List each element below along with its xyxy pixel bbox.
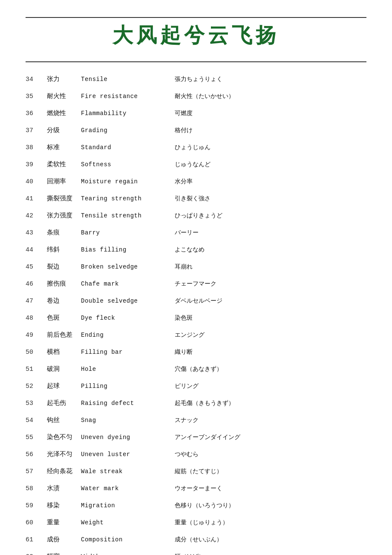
term-number: 40 xyxy=(26,176,47,188)
term-number: 60 xyxy=(26,517,47,529)
list-item: 57经向条花Wale streak縦筋（たてすじ） xyxy=(26,463,366,480)
term-english: Tearing strength xyxy=(81,194,175,204)
term-number: 41 xyxy=(26,193,47,205)
term-number: 55 xyxy=(26,432,47,443)
term-number: 48 xyxy=(26,312,47,324)
term-chinese: 撕裂强度 xyxy=(47,193,81,204)
term-japanese: 縦筋（たてすじ） xyxy=(175,466,222,477)
term-chinese: 标准 xyxy=(47,142,81,153)
term-japanese: ひょうじゅん xyxy=(175,142,210,153)
list-item: 46擦伤痕Chafe markチェーフマーク xyxy=(26,275,366,292)
term-english: Width xyxy=(81,552,175,555)
term-number: 59 xyxy=(26,500,47,512)
list-item: 43条痕Barryバーリー xyxy=(26,224,366,241)
term-english: Chafe mark xyxy=(81,279,175,289)
term-english: Grading xyxy=(81,125,175,136)
term-english: Raising defect xyxy=(81,398,175,409)
term-english: Moisture regain xyxy=(81,176,175,187)
term-english: Hole xyxy=(81,364,175,375)
term-number: 36 xyxy=(26,108,47,119)
header: 大风起兮云飞扬 xyxy=(26,17,366,49)
term-japanese: エンジング xyxy=(175,330,205,340)
term-japanese: 格付け xyxy=(175,125,193,136)
header-divider xyxy=(26,61,366,62)
term-english: Water mark xyxy=(81,483,175,494)
term-chinese: 起毛伤 xyxy=(47,397,81,409)
term-chinese: 成份 xyxy=(47,534,81,545)
term-number: 56 xyxy=(26,449,47,460)
term-chinese: 光泽不匀 xyxy=(47,448,81,460)
term-japanese: じゅうなんど xyxy=(175,159,210,170)
term-number: 62 xyxy=(26,551,47,555)
term-chinese: 前后色差 xyxy=(47,329,81,341)
list-item: 41撕裂强度Tearing strength引き裂く強さ xyxy=(26,190,366,207)
term-japanese: つやむら xyxy=(175,449,199,460)
list-item: 40回潮率Moisture regain水分率 xyxy=(26,173,366,190)
term-chinese: 张力 xyxy=(47,73,81,85)
list-item: 56光泽不匀Uneven lusterつやむら xyxy=(26,446,366,463)
term-japanese: 穴傷（あなきず） xyxy=(175,364,222,374)
term-chinese: 纬斜 xyxy=(47,244,81,255)
term-english: Weight xyxy=(81,517,175,528)
term-japanese: 染色斑 xyxy=(175,312,193,323)
term-number: 47 xyxy=(26,295,47,307)
term-chinese: 张力强度 xyxy=(47,210,81,221)
term-chinese: 条痕 xyxy=(47,227,81,238)
term-japanese: 織り断 xyxy=(175,347,193,357)
term-japanese: 色移り（いろうつり） xyxy=(175,500,234,511)
term-number: 57 xyxy=(26,466,47,477)
term-english: Bias filling xyxy=(81,245,175,255)
term-japanese: チェーフマーク xyxy=(175,278,216,289)
main-title: 大风起兮云飞扬 xyxy=(26,22,366,49)
list-item: 52起球Pillingピリング xyxy=(26,378,366,395)
term-japanese: ピリング xyxy=(175,381,199,391)
term-chinese: 移染 xyxy=(47,500,81,511)
term-english: Migration xyxy=(81,500,175,511)
term-number: 46 xyxy=(26,278,47,290)
term-english: Barry xyxy=(81,228,175,238)
term-number: 43 xyxy=(26,227,47,239)
term-japanese: 耐火性（たいかせい） xyxy=(175,91,234,101)
term-chinese: 横档 xyxy=(47,346,81,358)
term-chinese: 染色不匀 xyxy=(47,431,81,443)
term-chinese: 水渍 xyxy=(47,483,81,494)
term-japanese: 引き裂く強さ xyxy=(175,193,210,204)
term-japanese: 成分（せいぶん） xyxy=(175,534,222,545)
term-number: 39 xyxy=(26,159,47,171)
list-item: 49前后色差Endingエンジング xyxy=(26,327,366,344)
term-japanese: 水分率 xyxy=(175,176,193,187)
term-chinese: 起球 xyxy=(47,380,81,392)
term-japanese: 幅（はば） xyxy=(175,551,205,555)
term-number: 54 xyxy=(26,415,47,426)
term-chinese: 经向条花 xyxy=(47,465,81,477)
list-item: 45裂边Broken selvedge耳崩れ xyxy=(26,258,366,275)
term-number: 52 xyxy=(26,381,47,392)
list-item: 36燃烧性Flammability可燃度 xyxy=(26,105,366,122)
term-japanese: 重量（じゅりょう） xyxy=(175,517,228,528)
term-number: 44 xyxy=(26,244,47,256)
term-japanese: ウオーターまーく xyxy=(175,483,222,494)
term-english: Softness xyxy=(81,159,175,170)
list-item: 34张力Tensile張力ちょうりょく xyxy=(26,71,366,88)
term-english: Filling bar xyxy=(81,347,175,358)
term-japanese: ダベルセルベージ xyxy=(175,295,222,306)
term-number: 49 xyxy=(26,330,47,341)
term-number: 37 xyxy=(26,125,47,136)
term-number: 38 xyxy=(26,142,47,153)
term-japanese: ひっぱりきょうど xyxy=(175,210,222,221)
term-japanese: よこななめ xyxy=(175,244,205,255)
term-number: 42 xyxy=(26,210,47,222)
term-chinese: 卷边 xyxy=(47,295,81,306)
list-item: 39柔软性Softnessじゅうなんど xyxy=(26,156,366,173)
term-japanese: 張力ちょうりょく xyxy=(175,74,222,84)
term-english: Fire resistance xyxy=(81,91,175,102)
term-english: Ending xyxy=(81,330,175,341)
term-english: Wale streak xyxy=(81,466,175,477)
term-english: Broken selvedge xyxy=(81,262,175,272)
term-japanese: バーリー xyxy=(175,227,199,238)
list-item: 38标准Standardひょうじゅん xyxy=(26,139,366,156)
term-english: Composition xyxy=(81,535,175,545)
list-item: 54钩丝Snagスナック xyxy=(26,412,366,429)
list-item: 48色斑Dye fleck染色斑 xyxy=(26,309,366,327)
term-number: 35 xyxy=(26,91,47,102)
